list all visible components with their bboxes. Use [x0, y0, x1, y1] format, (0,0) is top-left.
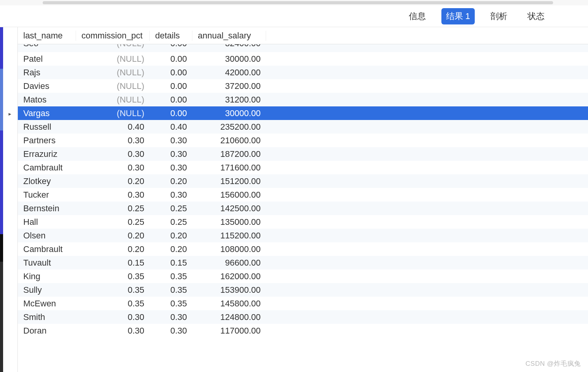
column-header-details[interactable]: details — [150, 31, 192, 41]
cell-annual_salary[interactable]: 96600.00 — [192, 258, 266, 268]
cell-last_name[interactable]: Patel — [18, 54, 76, 64]
table-row[interactable]: Zlotkey0.200.20151200.00 — [18, 174, 588, 188]
cell-annual_salary[interactable]: 171600.00 — [192, 163, 266, 173]
cell-last_name[interactable]: Errazuriz — [18, 149, 76, 159]
cell-commission_pct[interactable]: 0.30 — [76, 149, 150, 159]
cell-annual_salary[interactable]: 124800.00 — [192, 312, 266, 322]
column-header-last_name[interactable]: last_name — [18, 31, 76, 41]
table-row[interactable]: King0.350.35162000.00 — [18, 269, 588, 283]
cell-annual_salary[interactable]: 30000.00 — [192, 108, 266, 118]
cell-details[interactable]: 0.00 — [150, 95, 192, 105]
tab-profile[interactable]: 剖析 — [486, 8, 512, 24]
cell-details[interactable]: 0.35 — [150, 285, 192, 295]
cell-last_name[interactable]: Cambrault — [18, 244, 76, 254]
cell-last_name[interactable]: Davies — [18, 81, 76, 91]
table-row[interactable]: Seo(NULL)0.0032400.00 — [18, 44, 588, 52]
table-row[interactable]: Rajs(NULL)0.0042000.00 — [18, 66, 588, 79]
cell-annual_salary[interactable]: 42000.00 — [192, 68, 266, 78]
cell-commission_pct[interactable]: 0.30 — [76, 136, 150, 146]
cell-details[interactable]: 0.35 — [150, 271, 192, 282]
cell-details[interactable]: 0.25 — [150, 217, 192, 227]
cell-details[interactable]: 0.15 — [150, 258, 192, 268]
tab-results[interactable]: 结果 1 — [441, 8, 475, 24]
cell-last_name[interactable]: Tucker — [18, 190, 76, 200]
column-header-commission_pct[interactable]: commission_pct — [76, 31, 150, 41]
cell-details[interactable]: 0.00 — [150, 54, 192, 64]
cell-annual_salary[interactable]: 135000.00 — [192, 217, 266, 227]
cell-annual_salary[interactable]: 187200.00 — [192, 149, 266, 159]
table-row[interactable]: Davies(NULL)0.0037200.00 — [18, 79, 588, 93]
table-row[interactable]: ▸Vargas(NULL)0.0030000.00 — [18, 106, 588, 120]
table-row[interactable]: Cambrault0.300.30171600.00 — [18, 161, 588, 174]
cell-commission_pct[interactable]: 0.20 — [76, 176, 150, 186]
column-header-annual_salary[interactable]: annual_salary — [192, 31, 266, 41]
cell-annual_salary[interactable]: 145800.00 — [192, 299, 266, 309]
cell-last_name[interactable]: Doran — [18, 326, 76, 336]
cell-last_name[interactable]: King — [18, 271, 76, 282]
cell-last_name[interactable]: Bernstein — [18, 203, 76, 214]
cell-commission_pct[interactable]: 0.30 — [76, 312, 150, 322]
table-row[interactable]: Smith0.300.30124800.00 — [18, 310, 588, 324]
cell-details[interactable]: 0.20 — [150, 231, 192, 241]
cell-details[interactable]: 0.30 — [150, 163, 192, 173]
table-row[interactable]: Bernstein0.250.25142500.00 — [18, 202, 588, 215]
cell-last_name[interactable]: Zlotkey — [18, 176, 76, 186]
cell-last_name[interactable]: Russell — [18, 122, 76, 132]
table-row[interactable]: Olsen0.200.20115200.00 — [18, 229, 588, 242]
table-row[interactable]: Sully0.350.35153900.00 — [18, 283, 588, 297]
cell-last_name[interactable]: Vargas — [18, 108, 76, 118]
table-row[interactable]: Tuvault0.150.1596600.00 — [18, 256, 588, 269]
cell-last_name[interactable]: Sully — [18, 285, 76, 295]
table-row[interactable]: Partners0.300.30210600.00 — [18, 134, 588, 147]
cell-annual_salary[interactable]: 108000.00 — [192, 244, 266, 254]
table-row[interactable]: Cambrault0.200.20108000.00 — [18, 242, 588, 256]
cell-commission_pct[interactable]: 0.40 — [76, 122, 150, 132]
cell-commission_pct[interactable]: (NULL) — [76, 95, 150, 105]
cell-details[interactable]: 0.30 — [150, 312, 192, 322]
cell-commission_pct[interactable]: 0.30 — [76, 190, 150, 200]
horizontal-scrollbar[interactable] — [43, 1, 553, 4]
cell-commission_pct[interactable]: (NULL) — [76, 81, 150, 91]
cell-annual_salary[interactable]: 156000.00 — [192, 190, 266, 200]
cell-commission_pct[interactable]: 0.20 — [76, 231, 150, 241]
cell-last_name[interactable]: Smith — [18, 312, 76, 322]
cell-details[interactable]: 0.00 — [150, 68, 192, 78]
table-row[interactable]: Matos(NULL)0.0031200.00 — [18, 93, 588, 106]
cell-annual_salary[interactable]: 142500.00 — [192, 203, 266, 214]
cell-annual_salary[interactable]: 31200.00 — [192, 95, 266, 105]
cell-last_name[interactable]: Cambrault — [18, 163, 76, 173]
cell-commission_pct[interactable]: 0.35 — [76, 271, 150, 282]
cell-commission_pct[interactable]: 0.25 — [76, 217, 150, 227]
cell-last_name[interactable]: Matos — [18, 95, 76, 105]
cell-commission_pct[interactable]: (NULL) — [76, 54, 150, 64]
cell-last_name[interactable]: Seo — [18, 44, 76, 49]
cell-details[interactable]: 0.30 — [150, 190, 192, 200]
cell-annual_salary[interactable]: 210600.00 — [192, 136, 266, 146]
cell-details[interactable]: 0.00 — [150, 81, 192, 91]
cell-annual_salary[interactable]: 37200.00 — [192, 81, 266, 91]
cell-commission_pct[interactable]: 0.35 — [76, 299, 150, 309]
cell-details[interactable]: 0.30 — [150, 326, 192, 336]
table-row[interactable]: Tucker0.300.30156000.00 — [18, 188, 588, 202]
cell-details[interactable]: 0.35 — [150, 299, 192, 309]
table-row[interactable]: Russell0.400.40235200.00 — [18, 120, 588, 134]
cell-details[interactable]: 0.40 — [150, 122, 192, 132]
cell-annual_salary[interactable]: 235200.00 — [192, 122, 266, 132]
table-row[interactable]: Doran0.300.30117000.00 — [18, 324, 588, 337]
cell-details[interactable]: 0.30 — [150, 149, 192, 159]
table-row[interactable]: Hall0.250.25135000.00 — [18, 215, 588, 229]
cell-commission_pct[interactable]: 0.30 — [76, 326, 150, 336]
cell-last_name[interactable]: Tuvault — [18, 258, 76, 268]
cell-commission_pct[interactable]: (NULL) — [76, 44, 150, 49]
cell-commission_pct[interactable]: 0.35 — [76, 285, 150, 295]
cell-annual_salary[interactable]: 32400.00 — [192, 44, 266, 49]
cell-annual_salary[interactable]: 151200.00 — [192, 176, 266, 186]
cell-last_name[interactable]: McEwen — [18, 299, 76, 309]
cell-details[interactable]: 0.30 — [150, 136, 192, 146]
table-row[interactable]: Patel(NULL)0.0030000.00 — [18, 52, 588, 66]
cell-last_name[interactable]: Olsen — [18, 231, 76, 241]
cell-annual_salary[interactable]: 162000.00 — [192, 271, 266, 282]
cell-details[interactable]: 0.25 — [150, 203, 192, 214]
cell-annual_salary[interactable]: 153900.00 — [192, 285, 266, 295]
cell-last_name[interactable]: Partners — [18, 136, 76, 146]
